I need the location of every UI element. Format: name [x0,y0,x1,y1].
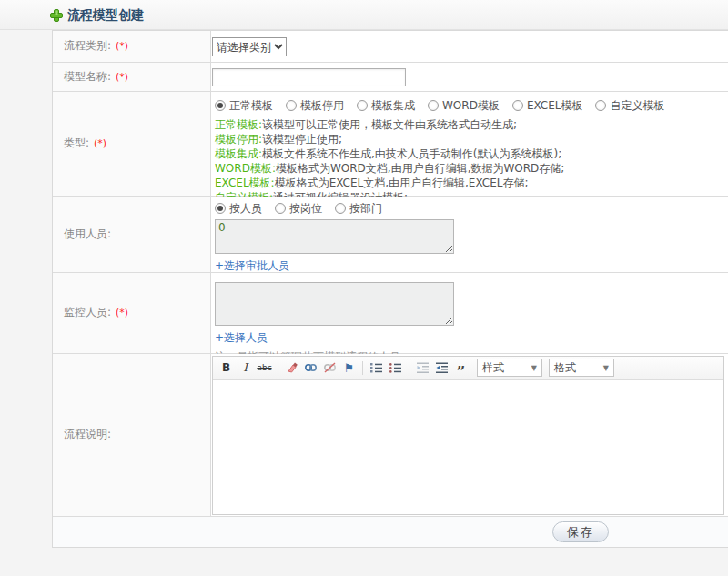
type-desc-line: WORD模板:模板格式为WORD文档,由用户自行编辑,数据为WORD存储; [215,161,728,176]
save-button[interactable]: 保存 [552,521,609,542]
row-type: 类型: (*) 正常模板 模板停用 模板集成 WORD模板 EXCEL模板 自定… [53,92,728,197]
row-users: 使用人员: 按人员 按岗位 按部门 0 +选择审批人员 注：是指允许使用此模型的… [53,197,728,273]
radio-normal-template[interactable]: 正常模板 [215,98,273,114]
radio-icon [428,100,439,111]
type-label: 类型: (*) [53,92,211,196]
strikethrough-button[interactable]: abc [255,359,274,377]
required-mark: (*) [116,307,128,318]
chevron-down-icon: ▼ [603,364,609,372]
row-model-name: 模型名称: (*) [53,63,728,92]
type-desc-line: 模板集成:模板文件系统不作生成,由技术人员手动制作(默认为系统模板); [215,147,728,161]
select-person-link[interactable]: +选择人员 [215,330,268,346]
radio-by-post[interactable]: 按岗位 [275,201,322,217]
editor-toolbar: B I abc [213,357,723,380]
users-label: 使用人员: [53,197,211,272]
ordered-list-icon [369,361,383,374]
bold-button[interactable]: B [217,359,236,377]
select-approver-link[interactable]: +选择审批人员 [215,258,289,274]
model-name-label: 模型名称: (*) [53,63,211,91]
monitor-textarea[interactable] [215,282,454,326]
anchor-flag-button[interactable]: ⚑ [339,359,359,377]
description-label: 流程说明: [53,354,211,516]
radio-icon [335,203,346,214]
required-mark: (*) [94,137,106,149]
page-title-text: 流程模型创建 [67,7,144,24]
radio-icon [357,100,368,111]
radio-icon [275,203,286,214]
indent-icon [435,361,449,374]
chevron-down-icon: ▼ [531,364,537,372]
radio-by-department[interactable]: 按部门 [335,201,382,217]
remove-format-icon [286,361,298,374]
type-desc-line: 模板停用:该模型停止使用; [215,132,728,147]
type-desc-line: EXCEL模板:模板格式为EXCEL文档,由用户自行编辑,EXCEL存储; [215,176,728,190]
style-dropdown[interactable]: 样式 ▼ [477,359,542,377]
radio-excel-template[interactable]: EXCEL模板 [512,98,583,114]
type-radio-group: 正常模板 模板停用 模板集成 WORD模板 EXCEL模板 自定义模板 [215,98,728,114]
radio-icon [512,100,523,111]
toolbar-separator [278,361,278,375]
format-dropdown[interactable]: 格式 ▼ [549,359,614,377]
required-mark: (*) [116,40,128,52]
category-select[interactable]: 请选择类别 [212,37,287,56]
users-textarea[interactable]: 0 [215,219,454,254]
radio-template-disabled[interactable]: 模板停用 [286,98,344,114]
row-description: 流程说明: B I abc [53,354,728,517]
unlink-icon [323,361,337,374]
radio-by-person[interactable]: 按人员 [215,201,262,217]
row-monitor: 监控人员: (*) +选择人员 注：是指可以管理此下模型流程的人员 [53,273,728,354]
radio-template-integrated[interactable]: 模板集成 [357,98,415,114]
link-button[interactable] [301,359,320,377]
toolbar-separator [409,361,410,375]
model-name-input[interactable] [212,68,406,86]
remove-format-button[interactable] [282,359,301,377]
anchor-flag-icon: ⚑ [344,361,355,375]
plus-icon [50,9,63,22]
type-descriptions: 正常模板:该模型可以正常使用，模板文件由系统格式自动生成; 模板停用:该模型停止… [215,117,728,205]
unlink-button[interactable] [320,359,339,377]
radio-icon [215,203,226,214]
unordered-list-icon [389,361,402,374]
link-icon [304,361,318,374]
italic-button[interactable]: I [236,359,255,377]
ordered-list-button[interactable] [367,359,386,377]
rich-text-editor: B I abc [212,356,724,515]
monitor-label: 监控人员: (*) [53,273,211,353]
form-panel: 流程类别: (*) 请选择类别 模型名称: (*) 类型: (*) 正常模板 模… [52,30,728,548]
unordered-list-button[interactable] [386,359,405,377]
radio-icon [215,100,226,111]
page-title: 流程模型创建 [50,7,144,24]
editor-content-area[interactable] [213,380,723,514]
users-radio-group: 按人员 按岗位 按部门 [215,201,728,217]
radio-icon [595,100,606,111]
indent-button[interactable] [432,359,451,377]
radio-custom-template[interactable]: 自定义模板 [595,98,664,114]
required-mark: (*) [116,71,128,83]
type-desc-line: 正常模板:该模型可以正常使用，模板文件由系统格式自动生成; [215,117,728,132]
footer-bar: 保存 [53,517,728,547]
radio-word-template[interactable]: WORD模板 [428,98,500,114]
outdent-icon [416,361,430,374]
toolbar-separator [362,361,363,375]
outdent-button [413,359,432,377]
row-category: 流程类别: (*) 请选择类别 [53,31,728,63]
radio-icon [286,100,297,111]
category-label: 流程类别: (*) [53,31,211,62]
blockquote-button[interactable]: ” [451,359,470,377]
